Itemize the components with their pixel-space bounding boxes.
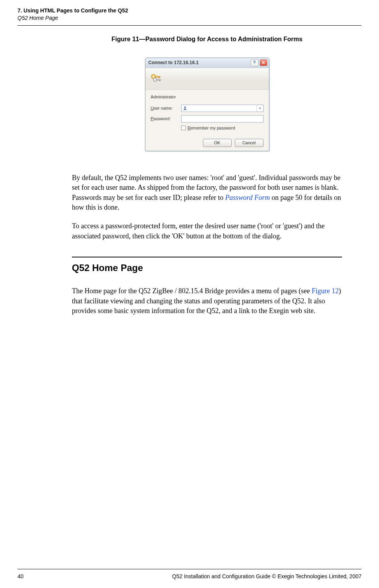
dialog-realm: Administrator (151, 94, 264, 99)
close-button[interactable]: ✕ (260, 59, 267, 66)
paragraph-1: By default, the Q52 implements two user … (72, 173, 342, 213)
close-icon: ✕ (262, 60, 265, 65)
svg-rect-3 (159, 77, 159, 78)
chapter-title: 7. Using HTML Pages to Configure the Q52 (17, 7, 362, 14)
svg-rect-7 (159, 80, 160, 81)
dialog-title: Connect to 172.16.16.1 (148, 60, 199, 65)
username-input[interactable]: ▾ (181, 105, 264, 112)
figure-caption: Figure 11—Password Dialog for Access to … (72, 36, 342, 43)
dialog-figure: Connect to 172.16.16.1 ? ✕ (72, 58, 342, 151)
password-form-link[interactable]: Password Form (225, 194, 270, 201)
page-header: 7. Using HTML Pages to Configure the Q52… (0, 0, 379, 24)
section-heading: Q52 Home Page (72, 261, 342, 275)
figure-12-link[interactable]: Figure 12 (312, 287, 339, 295)
svg-point-5 (154, 79, 156, 80)
password-dialog: Connect to 172.16.16.1 ? ✕ (145, 58, 269, 151)
page-number: 40 (17, 573, 24, 579)
remember-checkbox[interactable] (181, 126, 186, 130)
page-footer: 40 Q52 Installation and Configuration Gu… (17, 573, 362, 579)
titlebar-buttons: ? ✕ (251, 59, 267, 66)
svg-point-1 (152, 76, 154, 78)
footer-rule (17, 569, 362, 569)
keys-icon (149, 72, 162, 85)
section-running-head: Q52 Home Page (17, 14, 362, 22)
footer-text: Q52 Installation and Configuration Guide… (172, 573, 362, 579)
remember-row: Remember my password (181, 126, 264, 130)
cancel-button[interactable]: Cancel (235, 139, 264, 147)
username-label: User name: (151, 106, 181, 110)
body-text: By default, the Q52 implements two user … (72, 173, 342, 316)
remember-label: Remember my password (188, 126, 235, 130)
content-area: Figure 11—Password Dialog for Access to … (0, 26, 379, 316)
dialog-body: Administrator User name: ▾ Password: (145, 90, 269, 151)
username-row: User name: ▾ (151, 105, 264, 112)
dialog-titlebar: Connect to 172.16.16.1 ? ✕ (145, 58, 269, 68)
svg-point-8 (184, 107, 186, 108)
section-rule (72, 257, 342, 257)
help-button[interactable]: ? (251, 59, 258, 66)
section-paragraph: The Home page for the Q52 ZigBee / 802.1… (72, 286, 342, 316)
chevron-down-icon[interactable]: ▾ (257, 105, 263, 112)
password-label: Password: (151, 116, 181, 121)
password-row: Password: (151, 115, 264, 122)
dialog-banner (145, 68, 269, 90)
ok-button[interactable]: OK (203, 139, 232, 147)
paragraph-2: To access a password-protected form, ent… (72, 221, 342, 241)
password-input[interactable] (181, 115, 264, 122)
dialog-buttons: OK Cancel (151, 136, 264, 147)
user-icon (182, 106, 189, 110)
